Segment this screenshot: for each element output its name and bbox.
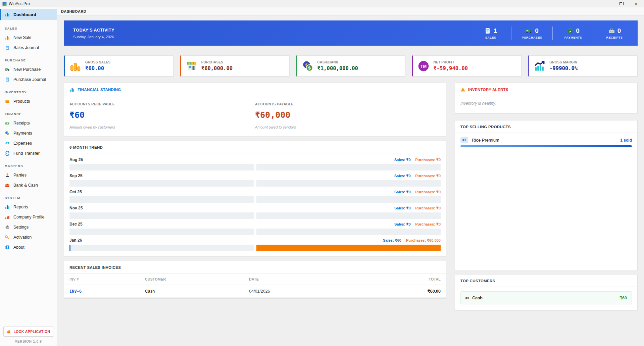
page-title: DASHBOARD	[57, 7, 644, 15]
close-button[interactable]: ×	[629, 0, 644, 7]
sidebar-item-label: Bank & Cash	[13, 183, 38, 188]
rank-badge: #1	[460, 137, 468, 143]
invoice-number-link[interactable]: INV-6	[69, 289, 145, 294]
sidebar-item-parties[interactable]: Parties	[0, 170, 57, 180]
sidebar-section-sales: SALES	[5, 27, 57, 30]
stat-label: PURCHASES	[522, 36, 542, 39]
kpi-purchases: PURCHASES ₹60,000.00	[180, 55, 290, 77]
trend-row: Aug 25 Sales: ₹0Purchases: ₹0	[69, 157, 441, 170]
kpi-net-profit: TM NET PROFIT ₹-59,940.00	[412, 55, 522, 77]
sidebar-item-receipts[interactable]: Receipts	[0, 118, 57, 128]
stat-value: 0	[535, 27, 539, 35]
sidebar-item-payments[interactable]: $ Payments	[0, 128, 57, 138]
trend-month-label: Jan 26	[69, 238, 82, 243]
financial-standing-panel: FINANCIAL STANDING ACCOUNTS RECEIVABLE ₹…	[64, 82, 446, 136]
inventory-alerts-panel: INVENTORY ALERTS Inventory is healthy.	[455, 82, 638, 113]
accounts-payable-value: ₹60,000	[255, 110, 441, 120]
sales-bar-track	[69, 229, 254, 235]
trend-chart-icon	[534, 60, 545, 72]
sidebar-item-fund-transfer[interactable]: Fund Transfer	[0, 148, 57, 158]
sidebar-section-masters: MASTERS	[5, 164, 57, 168]
warning-icon	[460, 87, 465, 92]
sidebar: Dashboard SALES New Sale Sales Journal P…	[0, 7, 57, 346]
dashboard-chart-icon	[5, 12, 10, 17]
stat-label: SALES	[485, 36, 496, 39]
tm-badge-icon: TM	[418, 60, 429, 72]
undo-arrow-icon	[5, 141, 10, 146]
kpi-value: ₹60,000.00	[201, 65, 233, 71]
divider	[511, 27, 511, 40]
sidebar-item-purchase-journal[interactable]: Purchase Journal	[0, 75, 57, 85]
product-name: Rice Premium	[472, 138, 499, 143]
lock-application-button[interactable]: LOCK APPLICATION	[3, 327, 53, 337]
product-bar	[460, 145, 632, 147]
sidebar-item-company-profile[interactable]: Company Profile	[0, 212, 57, 222]
trend-row: Nov 25 Sales: ₹0Purchases: ₹0	[69, 206, 441, 219]
purchases-bar-track	[256, 180, 441, 187]
stat-purchases: 0 PURCHASES	[519, 27, 545, 39]
financial-chart-icon	[69, 87, 75, 92]
panel-title: TOP CUSTOMERS	[460, 279, 495, 283]
sidebar-item-label: Payments	[13, 131, 32, 136]
sidebar-item-bank-cash[interactable]: Bank & Cash	[0, 180, 57, 190]
customer-name: Cash	[472, 296, 483, 300]
stat-value: 0	[617, 27, 621, 35]
sidebar-item-products[interactable]: Products	[0, 96, 57, 106]
sidebar-item-sales-journal[interactable]: Sales Journal	[0, 43, 57, 53]
sidebar-item-label: Sales Journal	[13, 45, 39, 50]
sidebar-item-label: Company Profile	[13, 215, 44, 219]
sidebar-item-reports[interactable]: Reports	[0, 202, 57, 212]
sidebar-item-label: Receipts	[13, 121, 30, 126]
transfer-arrows-icon	[5, 151, 10, 156]
restore-icon	[620, 2, 622, 5]
invoice-table-row[interactable]: INV-6 Cash 04/01/2026 ₹60.00	[64, 285, 446, 298]
close-icon: ×	[635, 1, 638, 6]
product-bar-track	[460, 145, 632, 147]
lock-icon	[6, 329, 11, 334]
invoice-date: 04/01/2026	[249, 289, 397, 294]
panel-title: RECENT SALES INVOICES	[69, 265, 121, 269]
inventory-alerts-header: INVENTORY ALERTS	[455, 83, 637, 96]
top-customer-item: #1 Cash ₹60	[460, 291, 632, 304]
info-icon	[5, 245, 10, 250]
svg-text:TM: TM	[420, 64, 427, 69]
trend-purchases-value: Purchases: ₹0	[415, 174, 441, 178]
sales-bar-track	[69, 164, 254, 170]
sidebar-item-label: Fund Transfer	[13, 151, 40, 156]
sidebar-item-new-purchase[interactable]: New Purchase	[0, 64, 57, 75]
sidebar-item-settings[interactable]: Settings	[0, 222, 57, 232]
stat-payments: 0 PAYMENTS	[560, 27, 586, 39]
column-header-customer: CUSTOMER	[145, 277, 249, 281]
svg-text:$: $	[7, 133, 9, 135]
sales-bar	[69, 245, 70, 251]
restore-button[interactable]	[613, 0, 629, 7]
kpi-label: NET PROFIT	[433, 60, 468, 64]
sales-doc-icon	[484, 28, 491, 34]
purchases-bar-track	[256, 196, 441, 203]
kpi-value: ₹60.00	[85, 65, 111, 71]
sidebar-item-label: Products	[13, 99, 30, 104]
panel-title: FINANCIAL STANDING	[78, 88, 121, 92]
sidebar-item-new-sale[interactable]: New Sale	[0, 33, 57, 43]
sidebar-item-label: Parties	[13, 173, 27, 178]
minimize-button[interactable]	[598, 0, 613, 7]
coins-stack-icon	[70, 60, 81, 72]
kpi-value: ₹-59,940.00	[433, 65, 468, 71]
sidebar-item-activation[interactable]: Activation	[0, 232, 57, 242]
trend-row: Sep 25 Sales: ₹0Purchases: ₹0	[69, 174, 441, 187]
kpi-value: ₹1,000,000.00	[317, 65, 358, 71]
top-products-header: TOP SELLING PRODUCTS	[455, 120, 637, 133]
banner-date: Sunday, January 4, 2026	[73, 35, 114, 39]
truck-icon	[5, 67, 10, 72]
six-month-trend-panel: 6-MONTH TREND Aug 25 Sales: ₹0Purchases:…	[64, 141, 446, 256]
kpi-cash-bank: €$ CASH/BANK ₹1,000,000.00	[296, 55, 406, 77]
column-header-total: TOTAL	[397, 277, 441, 281]
stat-receipts: 0 RECEIPTS	[601, 27, 628, 39]
sidebar-item-expenses[interactable]: Expenses	[0, 138, 57, 148]
kpi-gross-margin: GROSS MARGIN -99900.0%	[528, 55, 638, 77]
version-label: VERSION 1.0.9	[3, 340, 53, 343]
sidebar-item-about[interactable]: About	[0, 242, 57, 252]
sidebar-item-dashboard[interactable]: Dashboard	[0, 9, 57, 20]
stat-value: 0	[576, 27, 580, 35]
kpi-label: CASH/BANK	[317, 60, 358, 64]
